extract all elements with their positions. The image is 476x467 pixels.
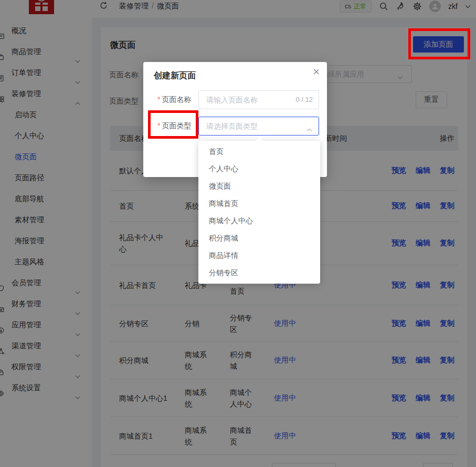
page-type-select[interactable]: 请选择页面类型 [198, 117, 319, 136]
modal-title: 创建新页面 [154, 70, 196, 81]
required-mark: * [157, 95, 160, 103]
dropdown-option-mall-personal-center[interactable]: 商城个人中心 [198, 212, 320, 230]
dropdown-option-micro-page[interactable]: 微页面 [198, 178, 320, 195]
dropdown-option-home[interactable]: 首页 [198, 143, 320, 160]
modal-name-label: *页面名称 [157, 95, 199, 105]
required-mark: * [157, 121, 160, 130]
modal-type-label: *页面类型 [157, 121, 199, 131]
dropdown-option-personal-center[interactable]: 个人中心 [198, 160, 320, 178]
close-icon[interactable]: × [313, 66, 320, 78]
dropdown-option-distribution-zone[interactable]: 分销专区 [198, 264, 320, 282]
chevron-up-icon [306, 125, 312, 133]
dropdown-option-product-detail[interactable]: 商品详情 [198, 247, 320, 264]
page-type-placeholder: 请选择页面类型 [206, 117, 258, 135]
dropdown-option-mall-home[interactable]: 商城首页 [198, 195, 320, 212]
dropdown-option-points-mall[interactable]: 积分商城 [198, 230, 320, 247]
page-type-dropdown: 首页 个人中心 微页面 商城首页 商城个人中心 积分商城 商品详情 分销专区 [198, 141, 320, 284]
char-counter: 0 / 12 [295, 96, 313, 103]
app-root: 概况 商品管理 订单管理 装修管理 启动页 个人中心 微页面 页面路径 底部导航… [0, 0, 476, 467]
